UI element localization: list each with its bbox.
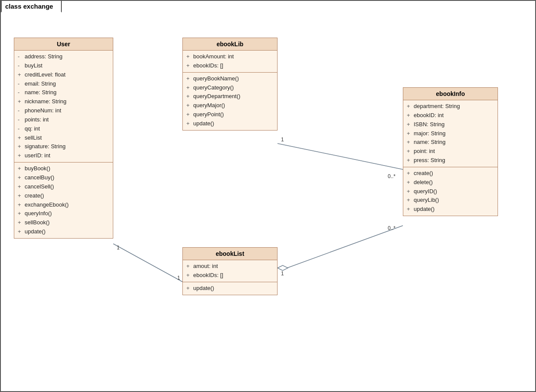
user-class-header: User <box>14 38 113 51</box>
ebooklib-methods-section: +queryBookName() +queryCategory() +query… <box>183 73 277 130</box>
diagram-tab: class exchange <box>1 0 62 13</box>
user-class: User -address: String -buyList +creditLe… <box>14 38 113 239</box>
user-attributes-section: -address: String -buyList +creditLevel: … <box>14 51 113 163</box>
relation-label-3: 1 <box>281 271 284 277</box>
relation-label-1: 1 <box>117 245 120 251</box>
ebooklist-attributes-section: +amout: int +ebookIDs: [] <box>183 260 277 282</box>
ebookinfo-methods-section: +create() +delete() +queryID() +queryLib… <box>403 167 498 216</box>
ebookinfo-class-header: ebookInfo <box>403 88 498 100</box>
ebookinfo-attributes-section: +department: String +ebookID: int +ISBN:… <box>403 100 498 167</box>
relation-label-4: 0..* <box>388 225 396 231</box>
aggregation-diamond <box>278 265 288 271</box>
relation-label-5: 1 <box>281 137 284 143</box>
relation-label-6: 0..* <box>388 173 396 179</box>
relation-label-2: 1 <box>177 275 180 281</box>
ebooklist-class-header: ebookList <box>183 248 277 260</box>
svg-line-1 <box>287 226 403 268</box>
ebooklib-attributes-section: +bookAmount: int +ebookIDs: [] <box>183 51 277 73</box>
canvas: class exchange 1 1 1 0..* 1 0..* User -a… <box>0 0 536 392</box>
ebooklib-class: ebookLib +bookAmount: int +ebookIDs: [] … <box>182 38 278 131</box>
user-methods-section: +buyBook() +cancelBuy() +cancelSell() +c… <box>14 163 113 238</box>
ebookinfo-class: ebookInfo +department: String +ebookID: … <box>403 87 498 216</box>
svg-line-0 <box>113 244 182 282</box>
ebooklib-class-header: ebookLib <box>183 38 277 51</box>
svg-line-2 <box>278 143 403 169</box>
ebooklist-class: ebookList +amout: int +ebookIDs: [] +upd… <box>182 247 278 295</box>
ebooklist-methods-section: +update() <box>183 282 277 295</box>
